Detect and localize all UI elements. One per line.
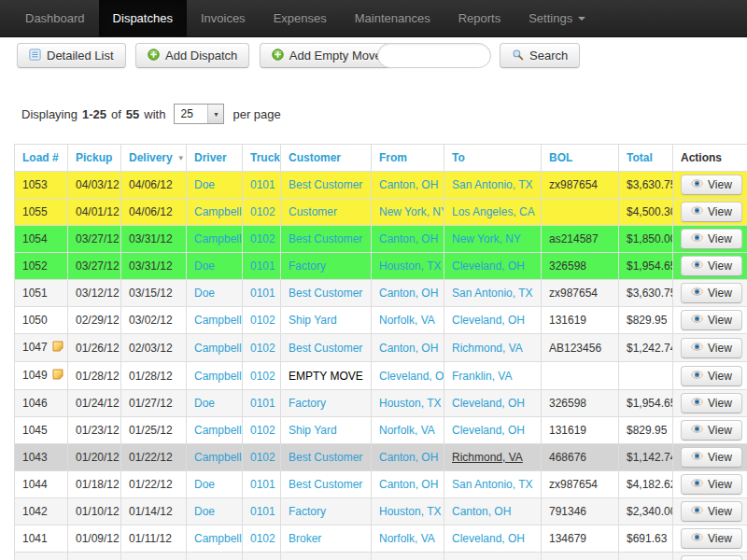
from-location-link[interactable]: Houston, TX <box>379 259 441 273</box>
from-location-link[interactable]: Norfolk, VA <box>379 314 435 327</box>
nav-item-maintenances[interactable]: Maintenances <box>341 0 444 36</box>
to-location-link[interactable]: Cleveland, OH <box>452 397 525 410</box>
truck-link[interactable]: 0101 <box>250 287 275 300</box>
customer-link[interactable]: Customer <box>289 205 337 218</box>
driver-link[interactable]: Doe <box>194 287 215 300</box>
from-location-link[interactable]: Norfolk, VA <box>379 424 435 437</box>
column-header-to[interactable]: To <box>444 145 542 172</box>
column-header-truck[interactable]: Truck <box>243 145 281 172</box>
from-location-link[interactable]: Canton, OH <box>379 178 438 191</box>
driver-link[interactable]: Campbell <box>194 232 242 245</box>
per-page-select[interactable]: 25 ▼ <box>174 104 224 124</box>
view-button[interactable]: View <box>681 366 742 386</box>
from-location-link[interactable]: Canton, OH <box>379 478 438 491</box>
view-button[interactable]: View <box>681 229 742 249</box>
view-button[interactable]: View <box>681 283 742 303</box>
to-location-link[interactable]: Canton, OH <box>452 505 511 518</box>
customer-link[interactable]: Factory <box>289 397 326 410</box>
driver-link[interactable]: Doe <box>194 505 215 518</box>
truck-link[interactable]: 0101 <box>250 505 275 518</box>
to-location-link[interactable]: Cleveland, OH <box>452 259 525 273</box>
nav-item-reports[interactable]: Reports <box>444 0 515 36</box>
customer-link[interactable]: Best Customer <box>289 287 362 300</box>
view-button[interactable]: View <box>681 555 742 560</box>
truck-link[interactable]: 0102 <box>250 370 275 383</box>
view-button[interactable]: View <box>681 175 742 195</box>
to-location-link[interactable]: Cleveland, OH <box>452 424 525 437</box>
customer-link[interactable]: Broker <box>289 532 321 545</box>
to-location-link[interactable]: Cleveland, OH <box>452 314 525 327</box>
column-header-bol[interactable]: BOL <box>542 145 619 172</box>
customer-link[interactable]: Best Customer <box>289 451 362 464</box>
truck-link[interactable]: 0102 <box>250 314 275 327</box>
truck-link[interactable]: 0102 <box>250 342 275 355</box>
column-header-delivery[interactable]: Delivery▼ <box>121 145 187 172</box>
nav-item-dispatches[interactable]: Dispatches <box>99 0 187 36</box>
customer-link[interactable]: Best Customer <box>289 478 362 491</box>
customer-link[interactable]: Best Customer <box>289 342 362 355</box>
to-location-link[interactable]: Richmond, VA <box>452 342 523 355</box>
customer-link[interactable]: Factory <box>289 505 326 518</box>
detailed-list-button[interactable]: Detailed List <box>17 43 126 68</box>
from-location-link[interactable]: Canton, OH <box>379 451 438 464</box>
customer-link[interactable]: Best Customer <box>289 178 362 191</box>
truck-link[interactable]: 0102 <box>250 232 275 245</box>
to-location-link[interactable]: San Antonio, TX <box>452 478 533 491</box>
view-button[interactable]: View <box>681 528 742 549</box>
to-location-link[interactable]: Cleveland, OH <box>452 532 525 545</box>
customer-link[interactable]: Factory <box>289 259 326 273</box>
driver-link[interactable]: Campbell <box>194 370 242 383</box>
column-header-customer[interactable]: Customer <box>281 145 372 172</box>
driver-link[interactable]: Doe <box>194 397 215 410</box>
driver-link[interactable]: Campbell <box>194 532 242 545</box>
search-button[interactable]: Search <box>500 43 580 68</box>
nav-item-settings[interactable]: Settings <box>514 0 599 36</box>
customer-link[interactable]: Best Customer <box>289 232 362 245</box>
column-header-pickup[interactable]: Pickup <box>68 145 121 172</box>
driver-link[interactable]: Campbell <box>194 314 242 327</box>
column-header-driver[interactable]: Driver <box>187 145 243 172</box>
truck-link[interactable]: 0102 <box>250 205 275 218</box>
from-location-link[interactable]: Norfolk, VA <box>379 532 435 545</box>
note-icon[interactable] <box>52 341 63 355</box>
search-input[interactable] <box>377 43 491 68</box>
driver-link[interactable]: Doe <box>194 478 215 491</box>
view-button[interactable]: View <box>681 202 742 222</box>
column-header-load[interactable]: Load # <box>15 145 68 172</box>
from-location-link[interactable]: Canton, OH <box>379 287 438 300</box>
view-button[interactable]: View <box>681 501 742 522</box>
driver-link[interactable]: Campbell <box>194 424 242 437</box>
to-location-link[interactable]: San Antonio, TX <box>452 287 533 300</box>
from-location-link[interactable]: Houston, TX <box>379 397 441 410</box>
nav-item-dashboard[interactable]: Dashboard <box>11 0 99 36</box>
nav-item-invoices[interactable]: Invoices <box>187 0 260 36</box>
to-location-link[interactable]: Los Angeles, CA <box>452 205 535 218</box>
view-button[interactable]: View <box>681 338 742 358</box>
driver-link[interactable]: Doe <box>194 178 215 191</box>
truck-link[interactable]: 0101 <box>250 259 275 273</box>
from-location-link[interactable]: New York, NY <box>379 205 444 218</box>
truck-link[interactable]: 0102 <box>250 451 275 464</box>
customer-link[interactable]: Ship Yard <box>289 314 337 327</box>
from-location-link[interactable]: Canton, OH <box>379 342 438 355</box>
view-button[interactable]: View <box>681 310 742 330</box>
driver-link[interactable]: Campbell <box>194 205 242 218</box>
to-location-link[interactable]: New York, NY <box>452 232 521 245</box>
view-button[interactable]: View <box>681 256 742 276</box>
from-location-link[interactable]: Canton, OH <box>379 232 438 245</box>
truck-link[interactable]: 0101 <box>250 397 275 410</box>
truck-link[interactable]: 0102 <box>250 424 275 437</box>
driver-link[interactable]: Campbell <box>194 342 242 355</box>
to-location-link[interactable]: Franklin, VA <box>452 370 512 383</box>
from-location-link[interactable]: Cleveland, OH <box>379 370 444 383</box>
driver-link[interactable]: Campbell <box>194 451 242 464</box>
to-location-link[interactable]: Richmond, VA <box>452 451 523 464</box>
customer-link[interactable]: Ship Yard <box>289 424 337 437</box>
from-location-link[interactable]: Houston, TX <box>379 505 441 518</box>
column-header-from[interactable]: From <box>372 145 444 172</box>
note-icon[interactable] <box>52 369 63 383</box>
truck-link[interactable]: 0101 <box>250 178 275 191</box>
nav-item-expenses[interactable]: Expenses <box>260 0 341 36</box>
add-empty-move-button[interactable]: Add Empty Move <box>260 43 394 68</box>
column-header-total[interactable]: Total <box>619 145 673 172</box>
